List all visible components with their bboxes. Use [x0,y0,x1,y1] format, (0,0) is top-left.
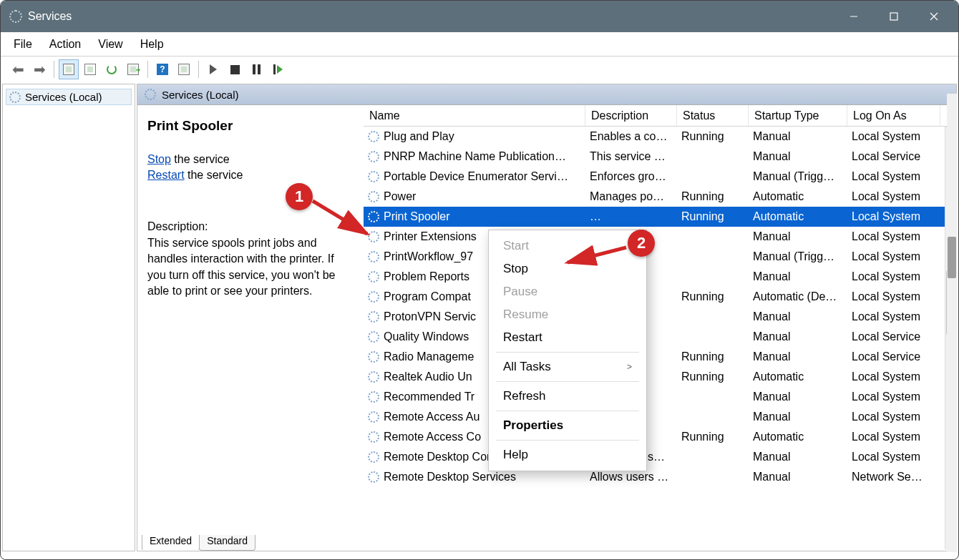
stop-link[interactable]: Stop [147,153,171,165]
service-logon: Local System [847,290,940,303]
service-row[interactable]: Remote Access Auco…ManualLocal System [364,407,956,427]
service-status: Running [677,431,749,443]
service-name: Power [384,190,416,203]
chevron-right-icon: > [627,362,632,372]
forward-button[interactable]: ➡ [29,59,49,79]
service-desc: Enforces gro… [585,170,677,183]
service-startup: Manual [749,451,847,463]
maximize-button[interactable] [874,1,914,32]
service-logon: Local System [847,190,940,203]
menu-bar: File Action View Help [1,32,958,57]
service-row[interactable]: Quality Windowsi…ManualLocal Service [364,327,956,347]
refresh-button[interactable] [102,59,122,79]
svg-rect-1 [890,13,897,20]
tab-standard[interactable]: Standard [199,535,255,551]
service-row[interactable]: PrintWorkflow_97Manual (Trigg…Local Syst… [364,247,956,267]
service-startup: Manual [749,130,847,143]
service-list: Name Description Status Startup Type Log… [364,105,956,551]
back-button[interactable]: ⬅ [8,59,28,79]
service-logon: Local System [847,431,940,443]
export-list-button[interactable]: ➜ [123,59,143,79]
service-startup: Automatic [749,190,847,203]
col-status[interactable]: Status [677,105,749,126]
window-scrollbar[interactable] [947,94,957,552]
ctx-restart[interactable]: Restart [489,326,646,349]
col-startup-type[interactable]: Startup Type [749,105,847,126]
service-row[interactable]: Portable Device Enumerator Servi…Enforce… [364,167,956,187]
service-status: Running [677,370,749,383]
service-row[interactable]: Realtek Audio Undi…RunningAutomaticLocal… [364,367,956,387]
gear-icon [368,211,379,222]
ctx-help[interactable]: Help [489,443,646,466]
col-description[interactable]: Description [585,105,677,126]
service-row[interactable]: Printer Extensions…ManualLocal System [364,227,956,247]
service-row[interactable]: Remote Access Codi…RunningAutomaticLocal… [364,427,956,447]
gear-icon [368,131,379,142]
ctx-properties[interactable]: Properties [489,414,646,437]
gear-icon [368,291,379,303]
ctx-stop[interactable]: Stop [489,257,646,280]
help-button[interactable]: ? [152,59,172,79]
services-icon [9,10,22,23]
tree-services-local[interactable]: Services (Local) [6,89,132,105]
service-status: Running [677,190,749,203]
col-name[interactable]: Name [364,105,585,126]
service-startup: Manual [749,150,847,163]
service-row[interactable]: Recommended Trut…ManualLocal System [364,387,956,407]
menu-view[interactable]: View [91,35,130,54]
gear-icon [368,151,379,162]
service-row[interactable]: Problem Reportse …ManualLocal System [364,267,956,287]
tab-extended[interactable]: Extended [142,535,200,551]
details-title: Print Spooler [147,117,354,136]
service-row[interactable]: Program Compate …RunningAutomatic (De…Lo… [364,287,956,307]
gear-icon [368,171,379,182]
description-label: Description: [147,219,354,235]
service-name: Program Compat [384,290,471,303]
service-name: Recommended Tr [384,390,474,403]
show-hide-tree-button[interactable] [59,59,79,79]
service-row[interactable]: Remote Desktop ConfigurationRemote Des…M… [364,447,956,467]
service-row[interactable]: Remote Desktop ServicesAllows users …Man… [364,467,956,487]
restart-link[interactable]: Restart [147,169,185,181]
restart-service-button[interactable] [268,59,288,79]
service-row[interactable]: ProtonVPN ServicManualLocal System [364,307,956,327]
service-logon: Local Service [847,150,940,163]
service-status: Running [677,210,749,223]
gear-icon [368,271,379,283]
gear-icon [368,391,379,403]
service-row[interactable]: Radio Manageme…RunningManualLocal Servic… [364,347,956,367]
pause-service-button[interactable] [246,59,266,79]
service-startup: Automatic [749,431,847,443]
service-startup: Manual [749,310,847,323]
tree-root-label: Services (Local) [25,91,102,103]
col-log-on-as[interactable]: Log On As [847,105,940,126]
menu-file[interactable]: File [6,35,39,54]
service-row[interactable]: Plug and PlayEnables a co…RunningManualL… [364,127,956,147]
minimize-button[interactable] [834,1,874,32]
ctx-resume: Resume [489,303,646,326]
service-name: Quality Windows [384,330,469,343]
service-name: ProtonVPN Servic [384,310,476,323]
service-row[interactable]: PNRP Machine Name Publication…This servi… [364,147,956,167]
service-logon: Local System [847,451,940,463]
service-name: PrintWorkflow_97 [384,250,473,263]
service-logon: Local System [847,210,940,223]
stop-service-button[interactable] [225,59,245,79]
columns-button[interactable] [174,59,194,79]
ctx-all-tasks[interactable]: All Tasks> [489,355,646,378]
service-logon: Local System [847,390,940,403]
properties-button[interactable] [80,59,100,79]
gear-icon [145,89,156,100]
menu-action[interactable]: Action [42,35,88,54]
service-startup: Manual [749,350,847,363]
ctx-refresh[interactable]: Refresh [489,385,646,408]
start-service-button[interactable] [203,59,223,79]
scrollbar-thumb[interactable] [948,237,956,278]
menu-help[interactable]: Help [133,35,171,54]
service-desc: This service … [585,150,677,163]
service-row[interactable]: Print Spooler…RunningAutomaticLocal Syst… [364,207,956,227]
close-button[interactable] [914,1,954,32]
service-desc: Manages po… [585,190,677,203]
service-row[interactable]: PowerManages po…RunningAutomaticLocal Sy… [364,187,956,207]
service-logon: Local System [847,170,940,183]
